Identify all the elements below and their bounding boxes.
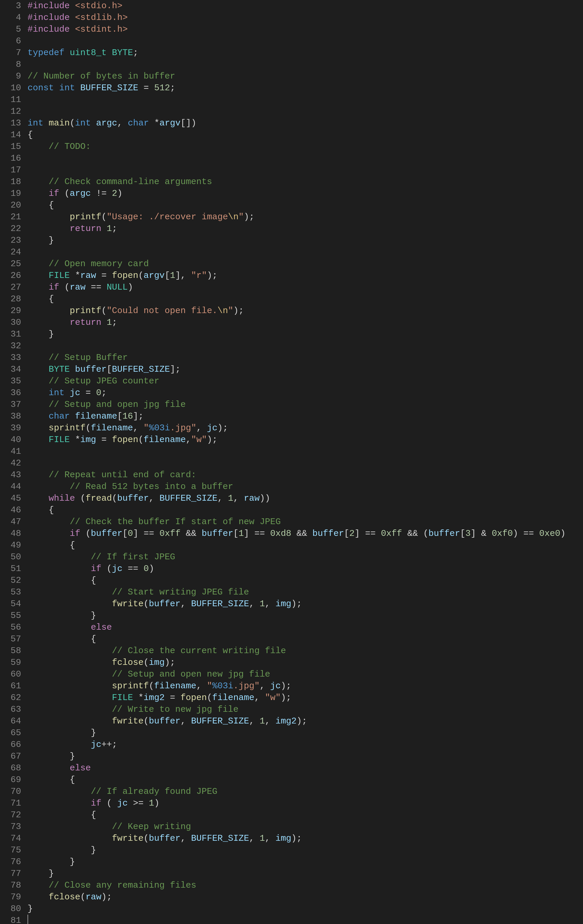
- code-line[interactable]: }: [28, 844, 583, 856]
- code-line[interactable]: // If already found JPEG: [28, 785, 583, 797]
- code-line[interactable]: {: [28, 540, 583, 551]
- code-line[interactable]: [28, 94, 583, 106]
- code-line[interactable]: // Start writing JPEG file: [28, 586, 583, 598]
- line-number: 27: [0, 281, 21, 293]
- line-number: 56: [0, 622, 21, 633]
- code-line[interactable]: }: [28, 610, 583, 622]
- code-area[interactable]: #include <stdio.h>#include <stdlib.h>#in…: [26, 0, 583, 924]
- code-line[interactable]: // Open memory card: [28, 258, 583, 270]
- line-number: 5: [0, 23, 21, 35]
- line-number: 34: [0, 363, 21, 375]
- code-line[interactable]: printf("Usage: ./recover image\n");: [28, 211, 583, 223]
- code-line[interactable]: {: [28, 504, 583, 516]
- code-line[interactable]: // Repeat until end of card:: [28, 469, 583, 481]
- code-line[interactable]: // Setup Buffer: [28, 352, 583, 363]
- code-line[interactable]: BYTE buffer[BUFFER_SIZE];: [28, 363, 583, 375]
- code-line[interactable]: [28, 457, 583, 469]
- code-line[interactable]: [28, 35, 583, 47]
- code-line[interactable]: if (argc != 2): [28, 188, 583, 199]
- code-line[interactable]: #include <stdio.h>: [28, 0, 583, 12]
- code-line[interactable]: const int BUFFER_SIZE = 512;: [28, 82, 583, 94]
- code-line[interactable]: #include <stdint.h>: [28, 23, 583, 35]
- code-line[interactable]: {: [28, 293, 583, 305]
- code-line[interactable]: }: [28, 751, 583, 762]
- code-line[interactable]: fwrite(buffer, BUFFER_SIZE, 1, img);: [28, 833, 583, 844]
- code-line[interactable]: [28, 246, 583, 258]
- code-line[interactable]: // Check command-line arguments: [28, 176, 583, 188]
- code-line[interactable]: // TODO:: [28, 141, 583, 152]
- code-line[interactable]: }: [28, 903, 583, 915]
- code-line[interactable]: {: [28, 633, 583, 645]
- code-line[interactable]: // Keep writing: [28, 821, 583, 833]
- code-line[interactable]: if (jc == 0): [28, 563, 583, 574]
- code-line[interactable]: jc++;: [28, 739, 583, 751]
- line-number: 61: [0, 680, 21, 692]
- code-line[interactable]: {: [28, 774, 583, 785]
- code-line[interactable]: // If first JPEG: [28, 551, 583, 563]
- line-number: 54: [0, 598, 21, 610]
- code-line[interactable]: [28, 915, 583, 924]
- code-line[interactable]: }: [28, 234, 583, 246]
- code-line[interactable]: while (fread(buffer, BUFFER_SIZE, 1, raw…: [28, 492, 583, 504]
- code-line[interactable]: if (buffer[0] == 0xff && buffer[1] == 0x…: [28, 528, 583, 540]
- code-line[interactable]: return 1;: [28, 223, 583, 234]
- code-line[interactable]: if ( jc >= 1): [28, 797, 583, 809]
- code-line[interactable]: if (raw == NULL): [28, 281, 583, 293]
- code-line[interactable]: // Close any remaining files: [28, 879, 583, 891]
- code-line[interactable]: // Check the buffer If start of new JPEG: [28, 516, 583, 528]
- code-line[interactable]: // Close the current writing file: [28, 645, 583, 657]
- line-number: 53: [0, 586, 21, 598]
- line-number: 3: [0, 0, 21, 12]
- code-line[interactable]: int jc = 0;: [28, 387, 583, 399]
- code-line[interactable]: else: [28, 762, 583, 774]
- code-line[interactable]: {: [28, 129, 583, 141]
- code-line[interactable]: [28, 446, 583, 457]
- code-line[interactable]: sprintf(filename, "%03i.jpg", jc);: [28, 422, 583, 434]
- line-number: 77: [0, 868, 21, 879]
- code-line[interactable]: // Setup and open new jpg file: [28, 668, 583, 680]
- line-number: 73: [0, 821, 21, 833]
- code-line[interactable]: sprintf(filename, "%03i.jpg", jc);: [28, 680, 583, 692]
- code-line[interactable]: [28, 164, 583, 176]
- code-line[interactable]: FILE *raw = fopen(argv[1], "r");: [28, 270, 583, 281]
- code-line[interactable]: // Setup and open jpg file: [28, 399, 583, 411]
- line-number: 41: [0, 446, 21, 457]
- code-line[interactable]: fclose(img);: [28, 657, 583, 668]
- line-number: 59: [0, 657, 21, 668]
- code-line[interactable]: // Read 512 bytes into a buffer: [28, 481, 583, 492]
- code-line[interactable]: [28, 106, 583, 117]
- line-number: 48: [0, 528, 21, 540]
- code-line[interactable]: }: [28, 328, 583, 340]
- code-editor[interactable]: 3456789101112131415161718192021222324252…: [0, 0, 583, 924]
- code-line[interactable]: [28, 59, 583, 70]
- code-line[interactable]: {: [28, 199, 583, 211]
- line-number: 31: [0, 328, 21, 340]
- code-line[interactable]: // Write to new jpg file: [28, 704, 583, 715]
- code-line[interactable]: FILE *img = fopen(filename,"w");: [28, 434, 583, 446]
- line-number: 33: [0, 352, 21, 363]
- code-line[interactable]: fwrite(buffer, BUFFER_SIZE, 1, img2);: [28, 715, 583, 727]
- code-line[interactable]: {: [28, 574, 583, 586]
- code-line[interactable]: #include <stdlib.h>: [28, 12, 583, 23]
- code-line[interactable]: // Setup JPEG counter: [28, 375, 583, 387]
- code-line[interactable]: }: [28, 856, 583, 868]
- line-number: 28: [0, 293, 21, 305]
- code-line[interactable]: int main(int argc, char *argv[]): [28, 117, 583, 129]
- code-line[interactable]: printf("Could not open file.\n");: [28, 305, 583, 317]
- code-line[interactable]: [28, 152, 583, 164]
- line-number: 44: [0, 481, 21, 492]
- code-line[interactable]: char filename[16];: [28, 411, 583, 422]
- code-line[interactable]: FILE *img2 = fopen(filename, "w");: [28, 692, 583, 704]
- code-line[interactable]: return 1;: [28, 317, 583, 328]
- code-line[interactable]: [28, 340, 583, 352]
- line-number: 32: [0, 340, 21, 352]
- code-line[interactable]: else: [28, 622, 583, 633]
- code-line[interactable]: }: [28, 727, 583, 739]
- code-line[interactable]: typedef uint8_t BYTE;: [28, 47, 583, 59]
- line-number: 20: [0, 199, 21, 211]
- code-line[interactable]: {: [28, 809, 583, 821]
- code-line[interactable]: fclose(raw);: [28, 891, 583, 903]
- code-line[interactable]: fwrite(buffer, BUFFER_SIZE, 1, img);: [28, 598, 583, 610]
- code-line[interactable]: }: [28, 868, 583, 879]
- code-line[interactable]: // Number of bytes in buffer: [28, 70, 583, 82]
